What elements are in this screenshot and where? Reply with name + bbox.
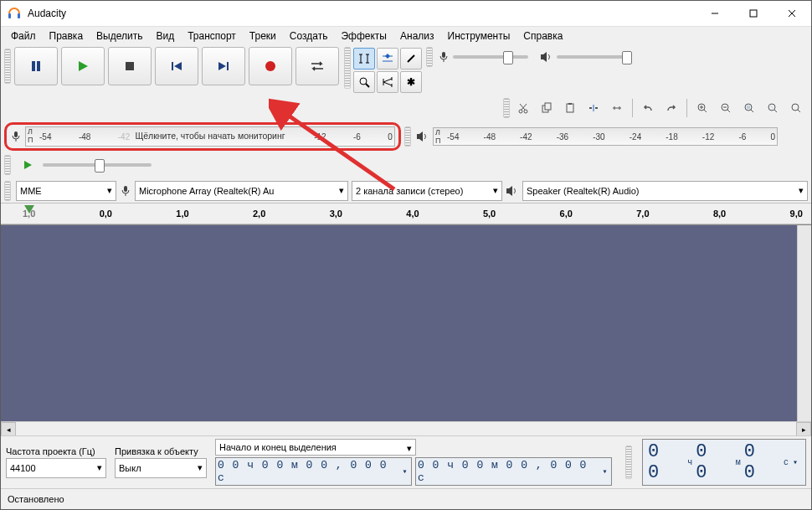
grip-icon[interactable]: [404, 126, 411, 147]
stop-button[interactable]: [108, 47, 152, 85]
recording-volume: [426, 47, 632, 67]
recording-meter-highlight: ЛП -54-48-42-36-30-24-18-12-60 Щёлкните,…: [4, 122, 401, 151]
svg-marker-67: [417, 131, 423, 142]
chevron-down-icon: ▾: [407, 443, 412, 454]
menu-effects[interactable]: Эффекты: [334, 28, 393, 44]
playback-slider[interactable]: [557, 55, 632, 59]
chevron-down-icon[interactable]: ▾: [792, 457, 800, 467]
recording-slider[interactable]: [453, 55, 528, 59]
recording-meter[interactable]: ЛП -54-48-42-36-30-24-18-12-60 Щёлкните,…: [25, 126, 395, 147]
skip-start-button[interactable]: [155, 47, 198, 85]
selection-end-timecode[interactable]: 0 0 ч 0 0 м 0 0 , 0 0 0 с▾: [415, 457, 612, 486]
zoom-toggle-button[interactable]: [785, 97, 807, 119]
zoom-tool[interactable]: [353, 71, 375, 93]
record-button[interactable]: [249, 47, 292, 85]
envelope-tool[interactable]: [377, 48, 398, 70]
svg-marker-71: [506, 186, 512, 196]
menu-help[interactable]: Справка: [516, 28, 569, 44]
selection-mode-combo[interactable]: Начало и конец выделения▾: [215, 439, 416, 456]
svg-rect-13: [227, 62, 229, 70]
redo-button[interactable]: [660, 97, 682, 119]
grip-icon[interactable]: [625, 446, 632, 479]
chevron-down-icon[interactable]: ▾: [601, 466, 609, 477]
playback-meter[interactable]: ЛП -54-48-42-36-30-24-18-12-60: [433, 127, 778, 146]
playback-device-combo[interactable]: Speaker (Realtek(R) Audio)▾: [522, 181, 808, 201]
trim-button[interactable]: [583, 97, 604, 119]
svg-rect-7: [37, 61, 40, 71]
maximize-button[interactable]: [734, 1, 773, 26]
timeshift-tool[interactable]: [377, 71, 398, 93]
chevron-down-icon: ▾: [493, 185, 498, 196]
speaker-icon: [540, 51, 553, 63]
project-rate-combo[interactable]: 44100▾: [6, 458, 106, 478]
svg-rect-69: [124, 186, 127, 192]
menu-generate[interactable]: Создать: [283, 28, 335, 44]
menu-select[interactable]: Выделить: [90, 28, 149, 44]
svg-line-26: [366, 84, 369, 87]
zoom-in-button[interactable]: [691, 97, 713, 119]
skip-end-button[interactable]: [202, 47, 245, 85]
svg-marker-23: [385, 54, 390, 59]
cut-button[interactable]: [512, 97, 534, 119]
svg-line-28: [383, 82, 392, 85]
zoom-sel-button[interactable]: [738, 97, 760, 119]
track-area[interactable]: [1, 224, 811, 421]
snap-combo[interactable]: Выкл▾: [115, 458, 207, 478]
draw-tool[interactable]: [400, 48, 422, 70]
play-speed-slider[interactable]: [43, 163, 152, 167]
selection-tool[interactable]: [353, 48, 375, 70]
audio-position-timecode[interactable]: 0 0 ч 0 0 м 0 0 с▾: [642, 439, 806, 486]
minimize-button[interactable]: [696, 1, 734, 26]
menu-transport[interactable]: Транспорт: [181, 28, 243, 44]
vertical-scrollbar[interactable]: [797, 225, 811, 421]
pause-button[interactable]: [14, 47, 58, 85]
grip-icon[interactable]: [4, 181, 11, 201]
paste-button[interactable]: [559, 97, 581, 119]
selection-start-timecode[interactable]: 0 0 ч 0 0 м 0 0 , 0 0 0 с▾: [215, 457, 412, 486]
menu-view[interactable]: Вид: [149, 28, 181, 44]
undo-button[interactable]: [637, 97, 659, 119]
snap-label: Привязка к объекту: [115, 446, 207, 456]
menu-tracks[interactable]: Треки: [243, 28, 283, 44]
menu-file[interactable]: Файл: [4, 28, 43, 44]
speaker-icon: [506, 185, 519, 197]
project-rate-label: Частота проекта (Гц): [6, 446, 106, 456]
timeline-ruler[interactable]: 1,0 0,0 1,0 2,0 3,0 4,0 5,0 6,0 7,0 8,0 …: [1, 203, 811, 224]
play-button[interactable]: [61, 47, 105, 85]
multi-tool[interactable]: ✱: [400, 71, 422, 93]
chevron-down-icon: ▾: [799, 185, 804, 196]
horizontal-scrollbar[interactable]: ◂ ▸: [1, 421, 811, 435]
svg-marker-11: [174, 62, 182, 70]
svg-marker-35: [541, 52, 547, 62]
mic-icon: [438, 51, 450, 63]
svg-line-53: [704, 110, 707, 112]
toolbar-row-1: ✱: [1, 45, 811, 121]
svg-line-27: [383, 79, 392, 82]
zoom-out-button[interactable]: [715, 97, 737, 119]
menu-edit[interactable]: Правка: [43, 28, 90, 44]
grip-icon[interactable]: [503, 98, 510, 118]
channels-combo[interactable]: 2 канала записи (стерео)▾: [352, 181, 502, 201]
transport-toolbar: [4, 47, 341, 85]
zoom-fit-button[interactable]: [762, 97, 784, 119]
audio-host-combo[interactable]: MME▾: [16, 181, 116, 201]
chevron-down-icon: ▾: [97, 462, 102, 473]
silence-button[interactable]: [606, 97, 628, 119]
grip-icon[interactable]: [344, 47, 351, 89]
status-bar: Остановлено: [1, 488, 811, 509]
grip-icon[interactable]: [426, 47, 433, 67]
copy-button[interactable]: [536, 97, 558, 119]
grip-icon[interactable]: [4, 155, 11, 175]
recording-device-combo[interactable]: Microphone Array (Realtek(R) Au▾: [135, 181, 348, 201]
play-at-speed-button[interactable]: [17, 154, 39, 176]
close-button[interactable]: [773, 1, 811, 26]
loop-button[interactable]: [296, 47, 339, 85]
speaker-icon: [416, 131, 429, 142]
menu-tools[interactable]: Инструменты: [441, 28, 517, 44]
svg-rect-9: [126, 62, 134, 70]
chevron-down-icon[interactable]: ▾: [401, 466, 409, 477]
menu-analyze[interactable]: Анализ: [393, 28, 441, 44]
grip-icon[interactable]: [4, 49, 11, 84]
svg-marker-12: [218, 62, 226, 70]
status-text: Остановлено: [8, 494, 64, 504]
